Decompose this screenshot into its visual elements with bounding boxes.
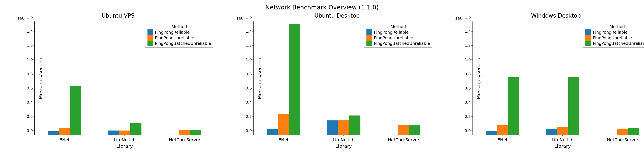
bar <box>497 125 508 135</box>
y-tick-label: 0.2 <box>26 114 34 118</box>
bar <box>119 130 130 135</box>
y-tick-label: 0.8 <box>464 72 472 76</box>
legend-item: PingPongReliable <box>148 30 211 35</box>
panel-ubuntu-desktop: Ubuntu Desktop 1e6 Messages/second Libra… <box>236 15 438 152</box>
y-tick-label: 0.0 <box>26 128 34 133</box>
y-tick-label: 1.2 <box>464 43 472 48</box>
legend-item: PingPongReliable <box>366 30 430 35</box>
legend: Method PingPongReliable PingPongUnreliab… <box>364 23 432 48</box>
legend-label: PingPongUnreliable <box>155 36 194 40</box>
y-tick-label: 1.0 <box>26 57 34 62</box>
y-tick-label: 0.8 <box>26 72 34 76</box>
legend-swatch-icon <box>366 35 372 40</box>
legend-swatch-icon <box>366 40 372 46</box>
y-tick-label: 0.8 <box>246 72 254 76</box>
bar <box>267 128 278 135</box>
legend-item: PingPongBatchedUnreliable <box>366 40 430 46</box>
legend-swatch-icon <box>586 30 591 35</box>
y-tick-label: 0.6 <box>464 86 472 90</box>
legend-item: PingPongUnreliable <box>586 35 644 40</box>
legend-swatch-icon <box>148 35 153 40</box>
legend: Method PingPongReliable PingPongUnreliab… <box>145 23 214 48</box>
y-axis-label: Messages/second <box>38 58 43 99</box>
legend-label: PingPongBatchedUnreliable <box>374 41 430 46</box>
bar <box>289 24 300 135</box>
panel-title: Windows Desktop <box>455 12 644 19</box>
y-tick-label: 1.4 <box>464 29 472 34</box>
bar <box>327 120 338 135</box>
bar <box>398 125 409 135</box>
y-tick-label: 0.4 <box>246 100 254 104</box>
legend-item: PingPongBatchedUnreliable <box>148 40 211 46</box>
panel-title: Ubuntu Desktop <box>236 12 438 19</box>
legend-item: PingPongBatchedUnreliable <box>586 40 644 46</box>
bar <box>508 77 519 135</box>
legend-label: PingPongReliable <box>593 30 628 34</box>
legend-label: PingPongUnreliable <box>374 36 413 40</box>
legend-item: PingPongReliable <box>586 30 644 35</box>
legend-title: Method <box>148 24 211 29</box>
legend: Method PingPongReliable PingPongUnreliab… <box>583 23 644 48</box>
legend-title: Method <box>366 24 430 29</box>
y-tick-label: 0.6 <box>26 86 34 90</box>
bar <box>617 128 628 135</box>
y-tick-label: 1.6 <box>464 15 472 19</box>
bar <box>409 125 420 135</box>
x-tick-label: ENet <box>278 135 289 142</box>
panel-title: Ubuntu VPS <box>17 12 219 19</box>
x-tick-label: ENet <box>60 135 70 142</box>
y-tick-label: 1.2 <box>246 43 254 48</box>
legend-label: PingPongUnreliable <box>593 36 632 40</box>
panel-windows-desktop: Windows Desktop 1e6 Messages/second Libr… <box>455 15 644 152</box>
y-exponent-label: 1e6 <box>17 16 24 20</box>
axes: Messages/second Library Method PingPongR… <box>472 22 644 135</box>
bar <box>628 128 639 135</box>
legend-swatch-icon <box>148 30 153 35</box>
x-tick-label: ENet <box>498 135 508 142</box>
bar <box>387 134 398 135</box>
bar <box>190 130 201 135</box>
panel-ubuntu-vps: Ubuntu VPS 1e6 Messages/second Library M… <box>17 15 219 152</box>
y-tick-label: 0.6 <box>246 86 254 90</box>
y-axis-label: Messages/second <box>476 58 481 99</box>
bar <box>546 128 557 135</box>
legend-label: PingPongBatchedUnreliable <box>155 41 211 46</box>
x-tick-label: NetCoreServer <box>388 135 420 142</box>
y-tick-label: 1.6 <box>246 15 254 19</box>
bar <box>568 77 580 135</box>
bar <box>557 127 568 135</box>
legend-item: PingPongUnreliable <box>148 35 211 40</box>
y-tick-label: 1.2 <box>26 43 34 48</box>
legend-label: PingPongReliable <box>374 30 408 34</box>
legend-label: PingPongReliable <box>155 30 190 34</box>
y-axis-label: Messages/second <box>257 58 262 99</box>
y-tick-label: 1.6 <box>26 15 34 19</box>
y-exponent-label: 1e6 <box>455 16 462 20</box>
bar <box>130 123 142 135</box>
axes: Messages/second Library Method PingPongR… <box>34 22 215 135</box>
x-tick-label: NetCoreServer <box>169 135 200 142</box>
y-tick-label: 0.2 <box>464 114 472 118</box>
x-axis-label: Library <box>34 144 215 149</box>
legend-swatch-icon <box>148 40 153 46</box>
legend-label: PingPongBatchedUnreliable <box>593 41 644 46</box>
figure: Network Benchmark Overview (1.1.0) Ubunt… <box>0 0 644 161</box>
axes: Messages/second Library Method PingPongR… <box>253 22 434 135</box>
bar <box>108 130 119 135</box>
figure-suptitle: Network Benchmark Overview (1.1.0) <box>0 4 644 11</box>
bar <box>179 130 190 135</box>
x-axis-label: Library <box>472 144 644 149</box>
legend-swatch-icon <box>366 30 372 35</box>
bar <box>349 116 360 135</box>
y-tick-label: 0.2 <box>246 114 254 118</box>
bar <box>168 134 179 135</box>
x-tick-label: NetCoreServer <box>607 135 638 142</box>
legend-item: PingPongUnreliable <box>366 35 430 40</box>
y-tick-label: 1.0 <box>246 57 254 62</box>
bar <box>278 114 289 135</box>
y-tick-label: 0.4 <box>464 100 472 104</box>
x-tick-label: LiteNetLib <box>333 135 354 142</box>
bar <box>59 128 70 135</box>
legend-swatch-icon <box>586 35 591 40</box>
legend-title: Method <box>586 24 644 29</box>
